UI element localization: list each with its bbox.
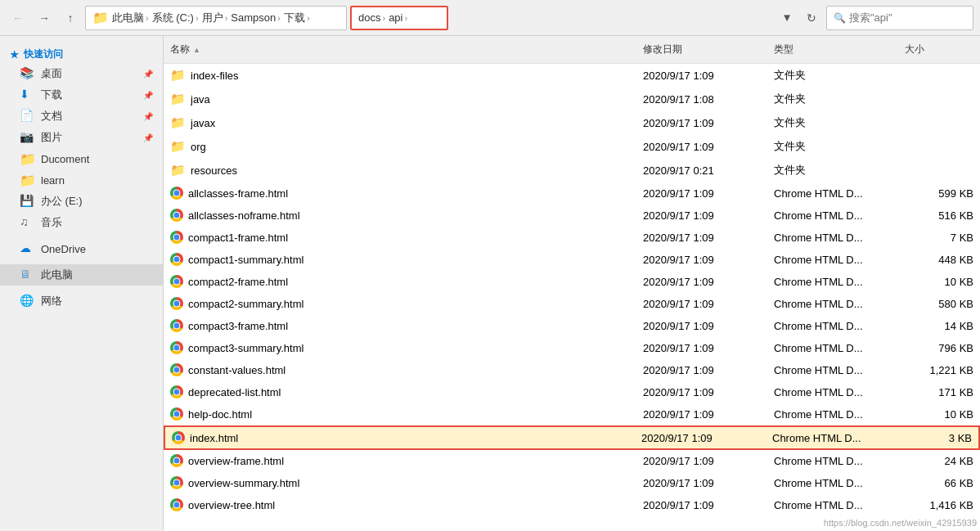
table-row[interactable]: overview-summary.html 2020/9/17 1:09 Chr… — [164, 472, 980, 494]
file-size-cell — [898, 89, 980, 109]
file-date: 2020/9/17 1:09 — [643, 276, 714, 288]
table-row[interactable]: compact2-frame.html 2020/9/17 1:09 Chrom… — [164, 271, 980, 293]
table-row[interactable]: 📁 index-files 2020/9/17 1:09 文件夹 — [164, 64, 980, 88]
sidebar-item-pc[interactable]: 🖥 此电脑 — [0, 264, 163, 286]
chrome-icon — [170, 476, 183, 489]
table-row[interactable]: compact1-frame.html 2020/9/17 1:09 Chrom… — [164, 227, 980, 249]
chrome-icon — [170, 363, 183, 376]
table-row[interactable]: 📁 java 2020/9/17 1:08 文件夹 — [164, 88, 980, 111]
file-date: 2020/9/17 1:09 — [643, 364, 714, 376]
table-row[interactable]: compact3-summary.html 2020/9/17 1:09 Chr… — [164, 337, 980, 359]
file-type: Chrome HTML D... — [774, 455, 863, 467]
sidebar-item-learn[interactable]: 📁 learn — [0, 169, 163, 191]
file-type: Chrome HTML D... — [774, 364, 863, 376]
file-type-cell: Chrome HTML D... — [767, 228, 898, 246]
file-size-cell: 516 KB — [898, 206, 980, 224]
sidebar-item-drive-e[interactable]: 💾 办公 (E:) — [0, 191, 163, 212]
file-size-cell: 10 KB — [898, 405, 980, 423]
breadcrumb-docs[interactable]: docs › — [358, 11, 385, 24]
breadcrumb-users[interactable]: 用户 › — [202, 11, 228, 25]
table-row[interactable]: constant-values.html 2020/9/17 1:09 Chro… — [164, 359, 980, 381]
table-row[interactable]: index.html 2020/9/17 1:09 Chrome HTML D.… — [164, 425, 980, 450]
sidebar-item-ducoment[interactable]: 📁 Ducoment — [0, 148, 163, 169]
header-type[interactable]: 类型 — [767, 39, 898, 60]
file-date: 2020/9/17 1:09 — [643, 209, 714, 222]
header-date[interactable]: 修改日期 — [636, 39, 767, 60]
sidebar-item-onedrive[interactable]: ☁ OneDrive — [0, 238, 163, 259]
file-date-cell: 2020/9/17 0:21 — [636, 160, 767, 180]
file-area: 名称 ▲ 修改日期 类型 大小 📁 index-files 2020/9/17 … — [164, 36, 980, 531]
table-row[interactable]: compact2-summary.html 2020/9/17 1:09 Chr… — [164, 293, 980, 315]
breadcrumb-pc[interactable]: 此电脑 › — [112, 11, 149, 25]
file-date: 2020/9/17 1:09 — [643, 342, 714, 354]
pin-icon-3: 📌 — [143, 112, 153, 121]
sidebar-item-music[interactable]: ♫ 音乐 — [0, 212, 163, 233]
file-type-cell: 文件夹 — [767, 65, 898, 85]
file-type-cell: Chrome HTML D... — [767, 206, 898, 224]
breadcrumb-sampson[interactable]: Sampson › — [231, 11, 281, 24]
file-date-cell: 2020/9/17 1:09 — [636, 383, 767, 401]
back-button[interactable]: ← — [7, 7, 29, 29]
file-name: index.html — [190, 432, 238, 444]
file-name-cell: overview-summary.html — [164, 474, 636, 492]
file-type: Chrome HTML D... — [774, 209, 863, 222]
file-name-cell: compact3-frame.html — [164, 317, 636, 335]
chrome-icon — [170, 385, 183, 398]
table-row[interactable]: allclasses-frame.html 2020/9/17 1:09 Chr… — [164, 182, 980, 205]
table-row[interactable]: compact3-frame.html 2020/9/17 1:09 Chrom… — [164, 315, 980, 337]
table-row[interactable]: overview-tree.html 2020/9/17 1:09 Chrome… — [164, 494, 980, 516]
breadcrumb-area[interactable]: 📁 此电脑 › 系统 (C:) › 用户 › Sampson › 下载 › — [85, 6, 347, 30]
file-name-cell: compact1-frame.html — [164, 228, 636, 246]
table-row[interactable]: 📁 resources 2020/9/17 0:21 文件夹 — [164, 159, 980, 182]
file-type: Chrome HTML D... — [774, 499, 863, 511]
chrome-icon — [170, 187, 183, 200]
file-date-cell: 2020/9/17 1:09 — [635, 429, 766, 447]
chrome-icon — [172, 431, 185, 444]
file-type: 文件夹 — [774, 68, 806, 83]
file-size-cell: 3 KB — [897, 429, 978, 447]
file-size: 14 KB — [945, 320, 973, 332]
address-dropdown-button[interactable]: ▼ — [777, 8, 797, 28]
file-type-cell: Chrome HTML D... — [767, 452, 898, 470]
file-name: javax — [191, 117, 215, 129]
pin-icon: 📌 — [143, 70, 153, 79]
img-icon: 📷 — [20, 130, 34, 145]
refresh-button[interactable]: ↻ — [800, 7, 823, 29]
header-size[interactable]: 大小 — [898, 39, 980, 60]
header-name[interactable]: 名称 ▲ — [164, 39, 636, 60]
table-row[interactable]: 📁 org 2020/9/17 1:09 文件夹 — [164, 135, 980, 159]
file-name-cell: allclasses-noframe.html — [164, 206, 636, 224]
file-name: compact3-summary.html — [188, 342, 303, 354]
breadcrumb-api[interactable]: api › — [389, 11, 407, 24]
star-icon: ★ — [10, 49, 19, 61]
sidebar-item-img[interactable]: 📷 图片 📌 — [0, 127, 163, 148]
table-row[interactable]: 📁 javax 2020/9/17 1:09 文件夹 — [164, 111, 980, 135]
file-date-cell: 2020/9/17 1:09 — [636, 405, 767, 423]
sidebar-item-doc[interactable]: 📄 文档 📌 — [0, 106, 163, 127]
sidebar-item-download[interactable]: ⬇ 下载 📌 — [0, 84, 163, 106]
table-row[interactable]: overview-frame.html 2020/9/17 1:09 Chrom… — [164, 450, 980, 472]
file-size-cell: 796 KB — [898, 339, 980, 357]
file-type-cell: 文件夹 — [767, 89, 898, 109]
table-row[interactable]: compact1-summary.html 2020/9/17 1:09 Chr… — [164, 249, 980, 271]
breadcrumb-c[interactable]: 系统 (C:) › — [152, 11, 199, 25]
file-type: Chrome HTML D... — [774, 342, 863, 354]
file-size-cell: 1,416 KB — [898, 496, 980, 514]
forward-button[interactable]: → — [33, 7, 56, 29]
file-name-cell: allclasses-frame.html — [164, 184, 636, 202]
file-name: compact1-summary.html — [188, 254, 303, 266]
file-list: 📁 index-files 2020/9/17 1:09 文件夹 📁 java … — [164, 64, 980, 531]
search-input[interactable] — [849, 11, 980, 24]
sidebar-item-network[interactable]: 🌐 网络 — [0, 290, 163, 312]
table-row[interactable]: deprecated-list.html 2020/9/17 1:09 Chro… — [164, 381, 980, 403]
table-row[interactable]: help-doc.html 2020/9/17 1:09 Chrome HTML… — [164, 403, 980, 425]
table-row[interactable]: allclasses-noframe.html 2020/9/17 1:09 C… — [164, 205, 980, 227]
chrome-icon — [170, 231, 183, 244]
breadcrumb-download[interactable]: 下载 › — [284, 11, 310, 25]
folder-icon: 📁 — [170, 92, 186, 106]
main-area: ★ 快速访问 📚 桌面 📌 ⬇ 下载 📌 📄 文档 📌 📷 图片 📌 📁 Duc… — [0, 36, 980, 531]
breadcrumb-highlighted[interactable]: docs › api › — [350, 6, 448, 30]
file-size: 24 KB — [945, 455, 973, 467]
sidebar-item-desktop[interactable]: 📚 桌面 📌 — [0, 63, 163, 84]
up-button[interactable]: ↑ — [59, 7, 82, 29]
